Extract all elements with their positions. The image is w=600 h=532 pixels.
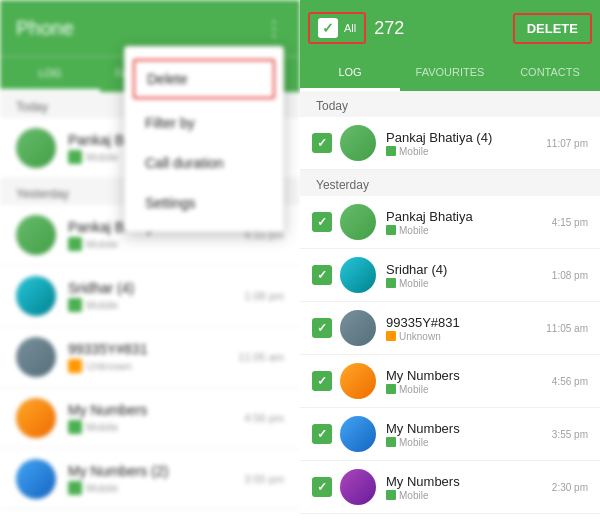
- tab-log[interactable]: LOG: [300, 56, 400, 91]
- call-subtype: Mobile: [86, 482, 118, 494]
- call-sub: Mobile: [386, 490, 552, 501]
- list-item[interactable]: My Numbers (2) Mobile 3:55 pm: [0, 449, 300, 510]
- menu-item-settings[interactable]: Settings: [125, 183, 283, 223]
- call-subtype: Mobile: [86, 421, 118, 433]
- check-all-box[interactable]: ✓ All: [308, 12, 366, 44]
- checkmark-icon: ✓: [317, 480, 327, 494]
- avatar: [16, 459, 56, 499]
- more-options-icon[interactable]: ⋮: [264, 16, 284, 40]
- delete-button[interactable]: DELETE: [513, 13, 592, 44]
- checkmark-icon: ✓: [317, 374, 327, 388]
- avatar: [16, 128, 56, 168]
- menu-item-filter[interactable]: Filter by: [125, 103, 283, 143]
- checkmark-icon: ✓: [317, 321, 327, 335]
- menu-item-delete[interactable]: Delete: [133, 59, 275, 99]
- call-info: 99335Y#831 Unknown: [386, 315, 546, 342]
- call-time: 3:55 pm: [552, 429, 588, 440]
- list-item[interactable]: ✓ My Numbers Mobile 4:56 pm: [300, 355, 600, 408]
- call-subtype: Mobile: [399, 437, 428, 448]
- call-sub: Mobile: [386, 225, 552, 236]
- list-item[interactable]: ✓ 99335Y#831 Unknown 11:05 am: [300, 302, 600, 355]
- call-time: 3:55 pm: [244, 473, 284, 485]
- call-subtype: Mobile: [399, 225, 428, 236]
- checkbox-all[interactable]: ✓: [318, 18, 338, 38]
- call-type-icon: [386, 331, 396, 341]
- call-time: 1:08 pm: [552, 270, 588, 281]
- avatar: [340, 204, 376, 240]
- call-type-icon: [386, 225, 396, 235]
- contact-name: 99335Y#831: [386, 315, 546, 330]
- list-item[interactable]: Sridhar (4) Mobile 1:08 pm: [0, 266, 300, 327]
- call-time: 11:05 am: [238, 351, 284, 363]
- call-info: My Numbers Mobile: [386, 474, 552, 501]
- call-time: 4:56 pm: [244, 412, 284, 424]
- contact-name: Sridhar (4): [386, 262, 552, 277]
- list-item[interactable]: ✓ Pankaj Bhatiya Mobile 4:15 pm: [300, 196, 600, 249]
- contact-name: Sridhar (4): [68, 280, 244, 296]
- avatar: [340, 310, 376, 346]
- call-type-icon: [386, 437, 396, 447]
- section-today-right: Today: [300, 91, 600, 117]
- call-sub: Unknown: [386, 331, 546, 342]
- section-yesterday-right: Yesterday: [300, 170, 600, 196]
- list-item[interactable]: ✓ Pankaj Bhatiya (4) Mobile 11:07 pm: [300, 117, 600, 170]
- call-subtype: Mobile: [399, 278, 428, 289]
- right-header: ✓ All 272 DELETE: [300, 0, 600, 56]
- call-type-icon: [68, 481, 82, 495]
- call-time: 4:56 pm: [552, 376, 588, 387]
- call-sub: Mobile: [386, 437, 552, 448]
- checkmark-icon: ✓: [317, 268, 327, 282]
- avatar: [16, 215, 56, 255]
- item-checkbox[interactable]: ✓: [312, 133, 332, 153]
- contact-name: Pankaj Bhatiya (4): [386, 130, 546, 145]
- call-type-icon: [68, 150, 82, 164]
- list-item[interactable]: ✓ Sridhar (4) Mobile 1:08 pm: [300, 249, 600, 302]
- item-checkbox[interactable]: ✓: [312, 424, 332, 444]
- contact-name: My Numbers: [386, 368, 552, 383]
- left-tab-log[interactable]: LOG: [0, 57, 100, 92]
- call-sub: Mobile: [386, 384, 552, 395]
- call-info: 99335Y#831 Unknown: [68, 341, 238, 373]
- call-subtype: Mobile: [399, 146, 428, 157]
- call-meta: Mobile: [68, 237, 244, 251]
- list-item[interactable]: My Numbers Mobile 4:56 pm: [0, 388, 300, 449]
- contact-name: My Numbers: [386, 421, 552, 436]
- left-panel: Phone ⋮ LOG FAVOURITES CONTACTS Today Pa…: [0, 0, 300, 532]
- list-item[interactable]: 99335Y#831 Unknown 11:05 am: [0, 327, 300, 388]
- list-item[interactable]: ✓ My Numbers Mobile 2:30 pm: [300, 461, 600, 514]
- item-checkbox[interactable]: ✓: [312, 265, 332, 285]
- item-checkbox[interactable]: ✓: [312, 212, 332, 232]
- call-type-icon: [386, 278, 396, 288]
- checkmark-icon: ✓: [317, 136, 327, 150]
- contact-name: 99335Y#831: [68, 341, 238, 357]
- item-checkbox[interactable]: ✓: [312, 371, 332, 391]
- call-info: Pankaj Bhatiya Mobile: [386, 209, 552, 236]
- app-title: Phone: [16, 17, 256, 40]
- call-time: 1:08 pm: [244, 290, 284, 302]
- call-time: 4:15 pm: [552, 217, 588, 228]
- tab-favourites[interactable]: FAVOURITES: [400, 56, 500, 91]
- call-subtype: Mobile: [399, 490, 428, 501]
- call-meta: Unknown: [68, 359, 238, 373]
- call-meta: Mobile: [68, 420, 244, 434]
- call-type-icon: [68, 420, 82, 434]
- call-info: Pankaj Bhatiya (4) Mobile: [386, 130, 546, 157]
- tab-contacts[interactable]: CONTACTS: [500, 56, 600, 91]
- menu-item-call-duration[interactable]: Call duration: [125, 143, 283, 183]
- contact-name: My Numbers (2): [68, 463, 244, 479]
- list-item[interactable]: ✓ My Numbers Mobile 3:55 pm: [300, 408, 600, 461]
- avatar: [16, 337, 56, 377]
- call-info: Sridhar (4) Mobile: [386, 262, 552, 289]
- call-sub: Mobile: [386, 146, 546, 157]
- right-panel: ✓ All 272 DELETE LOG FAVOURITES CONTACTS…: [300, 0, 600, 532]
- call-info: My Numbers Mobile: [386, 368, 552, 395]
- selected-count: 272: [374, 18, 404, 39]
- checkmark-icon: ✓: [322, 20, 334, 36]
- avatar: [340, 363, 376, 399]
- call-time: 2:30 pm: [552, 482, 588, 493]
- call-time: 11:05 am: [546, 323, 588, 334]
- item-checkbox[interactable]: ✓: [312, 477, 332, 497]
- item-checkbox[interactable]: ✓: [312, 318, 332, 338]
- call-info: My Numbers Mobile: [68, 402, 244, 434]
- call-type-icon: [386, 384, 396, 394]
